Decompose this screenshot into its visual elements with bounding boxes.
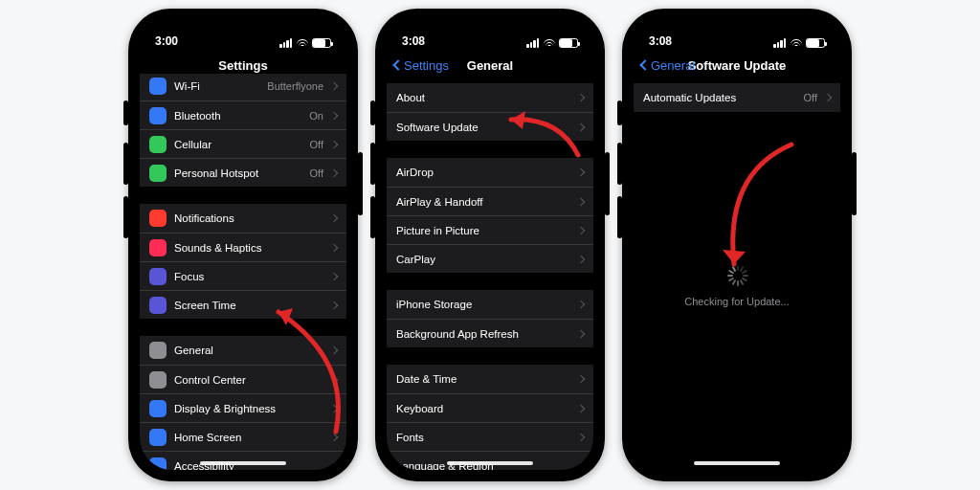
row-notifications[interactable]: Notifications [140,204,346,233]
home-indicator[interactable] [200,461,286,465]
chevron-right-icon [330,433,338,440]
battery-icon [806,38,825,48]
notif-icon [149,210,167,227]
volume-up-button[interactable] [123,143,128,185]
settings-group: AirDropAirPlay & HandoffPicture in Pictu… [387,158,593,273]
silent-switch[interactable] [617,100,622,125]
silent-switch[interactable] [370,100,375,125]
general-list[interactable]: AboutSoftware UpdateAirDropAirPlay & Han… [387,83,593,470]
wifi-icon [790,39,802,48]
volume-up-button[interactable] [370,143,375,185]
gen-icon [149,342,167,359]
wifi-icon [149,78,167,95]
row-personal-hotspot[interactable]: Personal HotspotOff [140,158,346,187]
row-bluetooth[interactable]: BluetoothOn [140,100,346,129]
row-label: Date & Time [396,373,570,385]
row-cellular[interactable]: CellularOff [140,129,346,158]
row-general[interactable]: General [140,336,346,365]
row-label: Picture in Picture [396,225,570,236]
chevron-right-icon [330,168,338,176]
chevron-right-icon [330,375,338,383]
settings-group: AboutSoftware Update [387,83,593,141]
row-label: General [174,345,323,356]
row-label: Sounds & Haptics [174,242,323,254]
row-language-region[interactable]: Language & Region [387,451,593,470]
disp-icon [149,400,167,417]
screen: 3:00 Settings Wi-FiButterflyoneBluetooth… [140,20,346,470]
chevron-right-icon [577,433,585,440]
row-automatic-updates[interactable]: Automatic Updates Off [634,83,840,112]
sound-icon [149,239,167,256]
home-indicator[interactable] [447,461,533,465]
chevron-right-icon [330,82,338,90]
clock: 3:08 [649,34,672,48]
row-wi-fi[interactable]: Wi-FiButterflyone [140,74,346,100]
home-indicator[interactable] [694,461,780,465]
phone-general: 3:08 Settings General AboutSoftware Upda… [375,9,605,481]
page-title: Settings [218,58,267,73]
row-iphone-storage[interactable]: iPhone Storage [387,290,593,319]
st-icon [149,297,167,314]
chevron-right-icon [577,375,585,383]
row-accessibility[interactable]: Accessibility [140,451,346,470]
chevron-right-icon [577,329,585,337]
row-background-app-refresh[interactable]: Background App Refresh [387,319,593,347]
chevron-right-icon [577,404,585,412]
cc-icon [149,371,167,389]
spinner-icon [726,265,747,286]
row-label: AirDrop [396,167,570,178]
page-title: Software Update [688,58,787,73]
back-button[interactable]: Settings [394,51,449,79]
cell-icon [149,136,167,153]
chevron-right-icon [330,301,338,308]
clock: 3:00 [155,34,178,48]
screen: 3:08 General Software Update Automatic U… [634,20,840,470]
power-button[interactable] [358,152,363,215]
battery-icon [312,38,331,48]
volume-down-button[interactable] [370,196,375,238]
row-home-screen[interactable]: Home Screen [140,422,346,451]
row-date-time[interactable]: Date & Time [387,365,593,393]
row-label: AirPlay & Handoff [396,196,570,208]
silent-switch[interactable] [123,100,128,125]
row-software-update[interactable]: Software Update [387,112,593,141]
chevron-right-icon [577,94,585,101]
chevron-right-icon [330,140,338,147]
row-label: Keyboard [396,403,570,414]
settings-list[interactable]: Wi-FiButterflyoneBluetoothOnCellularOffP… [140,74,346,470]
volume-down-button[interactable] [617,196,622,238]
chevron-right-icon [330,461,338,469]
chevron-right-icon [330,404,338,412]
row-label: Home Screen [174,432,323,443]
row-keyboard[interactable]: Keyboard [387,393,593,422]
back-label: General [651,58,695,73]
chevron-right-icon [824,94,832,101]
battery-icon [559,38,578,48]
back-button[interactable]: General [641,51,695,79]
row-focus[interactable]: Focus [140,261,346,290]
row-screen-time[interactable]: Screen Time [140,290,346,319]
chevron-left-icon [392,59,403,70]
volume-up-button[interactable] [617,143,622,185]
row-control-center[interactable]: Control Center [140,365,346,393]
chevron-right-icon [330,214,338,222]
row-picture-in-picture[interactable]: Picture in Picture [387,215,593,244]
row-label: Automatic Updates [643,92,796,103]
power-button[interactable] [852,152,857,215]
power-button[interactable] [605,152,610,215]
row-about[interactable]: About [387,83,593,112]
row-sounds-haptics[interactable]: Sounds & Haptics [140,233,346,261]
row-airplay-handoff[interactable]: AirPlay & Handoff [387,187,593,215]
chevron-right-icon [577,226,585,234]
row-value: Off [310,167,323,179]
row-carplay[interactable]: CarPlay [387,244,593,273]
row-display-brightness[interactable]: Display & Brightness [140,393,346,422]
row-fonts[interactable]: Fonts [387,422,593,451]
row-value: Butterflyone [267,80,323,92]
row-airdrop[interactable]: AirDrop [387,158,593,187]
volume-down-button[interactable] [123,196,128,238]
nav-bar: General Software Update [634,51,840,79]
wifi-icon [543,39,555,48]
clock: 3:08 [402,34,425,48]
row-label: Fonts [396,432,570,443]
